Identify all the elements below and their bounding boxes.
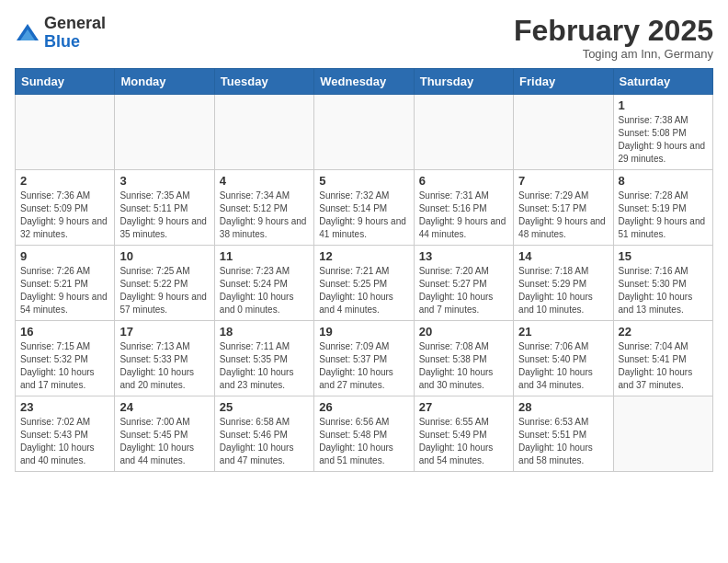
calendar-cell bbox=[514, 95, 613, 170]
day-info: Sunrise: 6:55 AM Sunset: 5:49 PM Dayligh… bbox=[419, 416, 508, 467]
day-number: 6 bbox=[419, 174, 508, 188]
day-info: Sunrise: 7:21 AM Sunset: 5:25 PM Dayligh… bbox=[319, 265, 408, 316]
day-info: Sunrise: 7:18 AM Sunset: 5:29 PM Dayligh… bbox=[518, 265, 608, 316]
day-number: 17 bbox=[119, 325, 209, 339]
calendar-week-1: 2Sunrise: 7:36 AM Sunset: 5:09 PM Daylig… bbox=[16, 170, 713, 246]
day-number: 23 bbox=[20, 400, 109, 414]
day-info: Sunrise: 7:23 AM Sunset: 5:24 PM Dayligh… bbox=[220, 265, 309, 316]
header-wednesday: Wednesday bbox=[314, 69, 414, 95]
day-number: 22 bbox=[619, 325, 708, 339]
day-info: Sunrise: 7:20 AM Sunset: 5:27 PM Dayligh… bbox=[419, 265, 508, 316]
calendar-week-2: 9Sunrise: 7:26 AM Sunset: 5:21 PM Daylig… bbox=[16, 246, 713, 321]
calendar-cell: 1Sunrise: 7:38 AM Sunset: 5:08 PM Daylig… bbox=[613, 95, 712, 170]
day-number: 27 bbox=[419, 400, 508, 414]
day-number: 28 bbox=[518, 400, 608, 414]
day-info: Sunrise: 7:36 AM Sunset: 5:09 PM Dayligh… bbox=[20, 190, 109, 241]
day-number: 2 bbox=[20, 174, 109, 188]
day-number: 10 bbox=[119, 249, 209, 263]
calendar-cell: 9Sunrise: 7:26 AM Sunset: 5:21 PM Daylig… bbox=[16, 246, 115, 321]
location-subtitle: Toging am Inn, Germany bbox=[514, 47, 713, 61]
day-info: Sunrise: 7:16 AM Sunset: 5:30 PM Dayligh… bbox=[619, 265, 708, 316]
day-info: Sunrise: 7:34 AM Sunset: 5:12 PM Dayligh… bbox=[220, 190, 309, 241]
calendar-cell: 21Sunrise: 7:06 AM Sunset: 5:40 PM Dayli… bbox=[514, 321, 613, 396]
calendar-cell: 20Sunrise: 7:08 AM Sunset: 5:38 PM Dayli… bbox=[414, 321, 513, 396]
calendar-cell: 26Sunrise: 6:56 AM Sunset: 5:48 PM Dayli… bbox=[314, 396, 414, 472]
day-number: 4 bbox=[220, 174, 309, 188]
day-number: 8 bbox=[619, 174, 708, 188]
calendar-cell: 18Sunrise: 7:11 AM Sunset: 5:35 PM Dayli… bbox=[214, 321, 313, 396]
calendar-cell: 28Sunrise: 6:53 AM Sunset: 5:51 PM Dayli… bbox=[514, 396, 613, 472]
day-number: 20 bbox=[419, 325, 508, 339]
calendar-cell: 3Sunrise: 7:35 AM Sunset: 5:11 PM Daylig… bbox=[115, 170, 214, 246]
calendar-cell: 8Sunrise: 7:28 AM Sunset: 5:19 PM Daylig… bbox=[613, 170, 712, 246]
day-number: 1 bbox=[619, 98, 708, 112]
calendar-cell: 5Sunrise: 7:32 AM Sunset: 5:14 PM Daylig… bbox=[314, 170, 414, 246]
day-number: 24 bbox=[119, 400, 209, 414]
day-number: 19 bbox=[319, 325, 408, 339]
calendar-cell: 6Sunrise: 7:31 AM Sunset: 5:16 PM Daylig… bbox=[414, 170, 513, 246]
day-number: 9 bbox=[20, 249, 109, 263]
calendar-cell: 17Sunrise: 7:13 AM Sunset: 5:33 PM Dayli… bbox=[115, 321, 214, 396]
calendar-cell bbox=[414, 95, 513, 170]
day-number: 14 bbox=[518, 249, 608, 263]
day-info: Sunrise: 7:02 AM Sunset: 5:43 PM Dayligh… bbox=[20, 416, 109, 467]
day-number: 15 bbox=[619, 249, 708, 263]
day-info: Sunrise: 7:32 AM Sunset: 5:14 PM Dayligh… bbox=[319, 190, 408, 241]
logo: General Blue bbox=[15, 15, 106, 52]
header-friday: Friday bbox=[514, 69, 613, 95]
logo-text: General Blue bbox=[44, 15, 106, 52]
calendar-week-3: 16Sunrise: 7:15 AM Sunset: 5:32 PM Dayli… bbox=[16, 321, 713, 396]
calendar-cell: 15Sunrise: 7:16 AM Sunset: 5:30 PM Dayli… bbox=[613, 246, 712, 321]
title-block: February 2025 Toging am Inn, Germany bbox=[514, 15, 713, 61]
logo-icon bbox=[15, 20, 40, 46]
day-number: 13 bbox=[419, 249, 508, 263]
calendar-cell: 23Sunrise: 7:02 AM Sunset: 5:43 PM Dayli… bbox=[16, 396, 115, 472]
calendar-cell: 19Sunrise: 7:09 AM Sunset: 5:37 PM Dayli… bbox=[314, 321, 414, 396]
day-number: 11 bbox=[220, 249, 309, 263]
day-info: Sunrise: 7:11 AM Sunset: 5:35 PM Dayligh… bbox=[220, 340, 309, 392]
weekday-header-row: Sunday Monday Tuesday Wednesday Thursday… bbox=[16, 69, 713, 95]
calendar-cell: 16Sunrise: 7:15 AM Sunset: 5:32 PM Dayli… bbox=[16, 321, 115, 396]
header-thursday: Thursday bbox=[414, 69, 513, 95]
calendar-cell: 14Sunrise: 7:18 AM Sunset: 5:29 PM Dayli… bbox=[514, 246, 613, 321]
calendar-cell: 2Sunrise: 7:36 AM Sunset: 5:09 PM Daylig… bbox=[16, 170, 115, 246]
calendar-cell bbox=[214, 95, 313, 170]
calendar-week-4: 23Sunrise: 7:02 AM Sunset: 5:43 PM Dayli… bbox=[16, 396, 713, 472]
day-number: 21 bbox=[518, 325, 608, 339]
day-info: Sunrise: 7:26 AM Sunset: 5:21 PM Dayligh… bbox=[20, 265, 109, 316]
calendar-cell: 12Sunrise: 7:21 AM Sunset: 5:25 PM Dayli… bbox=[314, 246, 414, 321]
day-info: Sunrise: 6:53 AM Sunset: 5:51 PM Dayligh… bbox=[518, 416, 608, 467]
header-saturday: Saturday bbox=[613, 69, 712, 95]
calendar-cell: 27Sunrise: 6:55 AM Sunset: 5:49 PM Dayli… bbox=[414, 396, 513, 472]
calendar-cell: 11Sunrise: 7:23 AM Sunset: 5:24 PM Dayli… bbox=[214, 246, 313, 321]
calendar-cell: 10Sunrise: 7:25 AM Sunset: 5:22 PM Dayli… bbox=[115, 246, 214, 321]
calendar-table: Sunday Monday Tuesday Wednesday Thursday… bbox=[15, 68, 713, 472]
calendar-cell bbox=[613, 396, 712, 472]
day-number: 18 bbox=[220, 325, 309, 339]
day-info: Sunrise: 7:31 AM Sunset: 5:16 PM Dayligh… bbox=[419, 190, 508, 241]
calendar-cell bbox=[314, 95, 414, 170]
calendar-cell: 24Sunrise: 7:00 AM Sunset: 5:45 PM Dayli… bbox=[115, 396, 214, 472]
calendar-cell: 4Sunrise: 7:34 AM Sunset: 5:12 PM Daylig… bbox=[214, 170, 313, 246]
day-info: Sunrise: 7:09 AM Sunset: 5:37 PM Dayligh… bbox=[319, 340, 408, 392]
day-number: 25 bbox=[220, 400, 309, 414]
day-info: Sunrise: 7:06 AM Sunset: 5:40 PM Dayligh… bbox=[518, 340, 608, 392]
day-info: Sunrise: 7:08 AM Sunset: 5:38 PM Dayligh… bbox=[419, 340, 508, 392]
calendar-week-0: 1Sunrise: 7:38 AM Sunset: 5:08 PM Daylig… bbox=[16, 95, 713, 170]
day-number: 5 bbox=[319, 174, 408, 188]
day-info: Sunrise: 6:56 AM Sunset: 5:48 PM Dayligh… bbox=[319, 416, 408, 467]
day-info: Sunrise: 7:38 AM Sunset: 5:08 PM Dayligh… bbox=[619, 114, 708, 166]
day-info: Sunrise: 7:13 AM Sunset: 5:33 PM Dayligh… bbox=[119, 340, 209, 392]
day-info: Sunrise: 7:29 AM Sunset: 5:17 PM Dayligh… bbox=[518, 190, 608, 241]
calendar-cell: 13Sunrise: 7:20 AM Sunset: 5:27 PM Dayli… bbox=[414, 246, 513, 321]
calendar-cell: 7Sunrise: 7:29 AM Sunset: 5:17 PM Daylig… bbox=[514, 170, 613, 246]
calendar-cell: 22Sunrise: 7:04 AM Sunset: 5:41 PM Dayli… bbox=[613, 321, 712, 396]
calendar-cell bbox=[115, 95, 214, 170]
day-info: Sunrise: 6:58 AM Sunset: 5:46 PM Dayligh… bbox=[220, 416, 309, 467]
day-info: Sunrise: 7:35 AM Sunset: 5:11 PM Dayligh… bbox=[119, 190, 209, 241]
day-info: Sunrise: 7:00 AM Sunset: 5:45 PM Dayligh… bbox=[119, 416, 209, 467]
day-number: 12 bbox=[319, 249, 408, 263]
month-title: February 2025 bbox=[514, 15, 713, 47]
day-number: 7 bbox=[518, 174, 608, 188]
header-sunday: Sunday bbox=[16, 69, 115, 95]
